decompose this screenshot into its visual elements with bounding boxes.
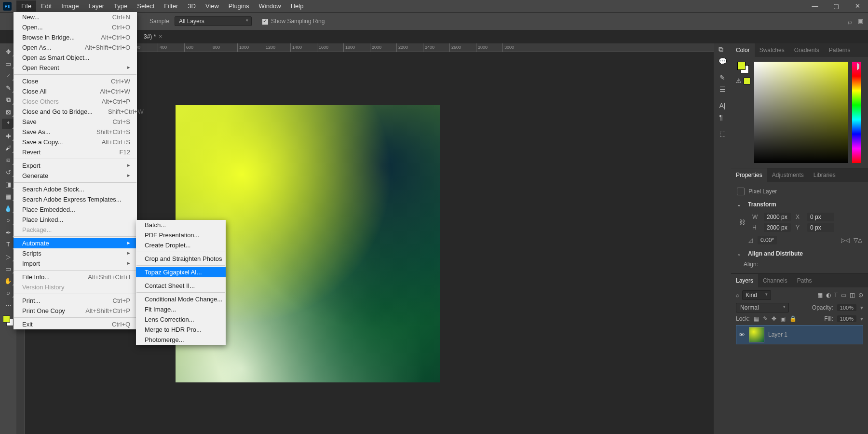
menu-item[interactable]: Close AllAlt+Ctrl+W — [14, 86, 137, 96]
character-icon[interactable]: A| — [719, 102, 726, 109]
opacity-field[interactable]: 100% — [837, 304, 856, 311]
lock-transparent-icon[interactable]: ▦ — [754, 315, 759, 322]
lock-position-icon[interactable]: ✥ — [772, 315, 776, 322]
tab-layers[interactable]: Layers — [731, 274, 758, 287]
document-tab[interactable]: 3#) * × — [140, 31, 166, 42]
menu-item[interactable]: PDF Presentation... — [136, 230, 226, 240]
x-field[interactable]: 0 px — [807, 213, 834, 221]
foreground-background-swatch[interactable] — [737, 62, 749, 73]
menu-item[interactable]: Import — [14, 258, 137, 269]
menu-item[interactable]: Crop and Straighten Photos — [136, 254, 226, 264]
search-icon[interactable]: ⌕ — [848, 17, 852, 26]
layer-thumbnail[interactable] — [749, 327, 764, 342]
menu-3d[interactable]: 3D — [183, 0, 201, 12]
gamut-warning[interactable]: ⚠ — [736, 77, 750, 84]
menu-edit[interactable]: Edit — [36, 0, 56, 12]
zoom-tool[interactable]: ⌕ — [2, 287, 14, 298]
menu-item[interactable]: Open As...Alt+Shift+Ctrl+O — [14, 42, 137, 53]
angle-field[interactable]: 0.00° — [758, 236, 777, 244]
tab-gradients[interactable]: Gradients — [789, 43, 824, 57]
maximize-button[interactable]: ▢ — [826, 0, 847, 12]
menu-item[interactable]: Search Adobe Express Templates... — [14, 194, 137, 204]
layer-row[interactable]: 👁 Layer 1 — [736, 325, 863, 344]
menu-help[interactable]: Help — [286, 0, 309, 12]
brush-tool[interactable]: 🖌 — [2, 143, 14, 153]
path-select-tool[interactable]: ▷ — [2, 251, 14, 262]
frame-tool[interactable]: ⊠ — [2, 107, 14, 117]
menu-layer[interactable]: Layer — [84, 0, 109, 12]
menu-item[interactable]: Save As...Shift+Ctrl+S — [14, 127, 137, 137]
menu-item[interactable]: Browse in Bridge...Alt+Ctrl+O — [14, 32, 137, 42]
menu-item[interactable]: Open as Smart Object... — [14, 53, 137, 63]
menu-item[interactable]: Scripts — [14, 248, 137, 258]
flip-v-icon[interactable]: ▽△ — [854, 237, 862, 244]
move-tool[interactable]: ✥ — [2, 46, 14, 57]
menu-item[interactable]: Merge to HDR Pro... — [136, 325, 226, 335]
color-field[interactable] — [754, 62, 848, 163]
menu-item[interactable]: Save a Copy...Alt+Ctrl+S — [14, 137, 137, 147]
show-sampling-ring-checkbox[interactable] — [262, 19, 268, 25]
menu-item[interactable]: New...Ctrl+N — [14, 12, 137, 22]
height-field[interactable]: 2000 px — [764, 223, 791, 232]
edit-toolbar[interactable]: ⋯ — [2, 299, 14, 310]
gradient-tool[interactable]: ▦ — [2, 191, 14, 202]
crop-tool[interactable]: ⧉ — [2, 95, 14, 105]
menu-item[interactable]: Export — [14, 161, 137, 171]
eyedropper-tool[interactable]: 𝄌 — [2, 119, 14, 129]
tab-patterns[interactable]: Patterns — [824, 43, 855, 57]
menu-item[interactable]: File Info...Alt+Shift+Ctrl+I — [14, 272, 137, 282]
menu-item[interactable]: Print...Ctrl+P — [14, 296, 137, 306]
menu-item[interactable]: RevertF12 — [14, 147, 137, 157]
menu-item[interactable]: ExitCtrl+Q — [14, 319, 137, 329]
menu-item[interactable]: Search Adobe Stock... — [14, 184, 137, 194]
menu-item[interactable]: Generate — [14, 171, 137, 181]
menu-item[interactable]: Create Droplet... — [136, 240, 226, 250]
close-button[interactable]: ✕ — [847, 0, 868, 12]
menu-window[interactable]: Window — [254, 0, 285, 12]
lock-all-icon[interactable]: 🔒 — [789, 315, 797, 322]
hand-tool[interactable]: ✋ — [2, 275, 14, 286]
menu-item[interactable]: Print One CopyAlt+Shift+Ctrl+P — [14, 306, 137, 316]
lock-artboard-icon[interactable]: ▣ — [780, 315, 786, 322]
menu-item[interactable]: Open...Ctrl+O — [14, 22, 137, 32]
menu-item[interactable]: SaveCtrl+S — [14, 117, 137, 127]
tab-swatches[interactable]: Swatches — [755, 43, 789, 57]
lock-paint-icon[interactable]: ✎ — [763, 315, 768, 322]
color-swatch[interactable] — [3, 315, 14, 326]
menu-file[interactable]: File — [16, 0, 36, 12]
hue-slider[interactable] — [852, 62, 861, 163]
clone-tool[interactable]: ⧈ — [2, 155, 14, 165]
dodge-tool[interactable]: ○ — [2, 215, 14, 226]
tab-properties[interactable]: Properties — [731, 168, 767, 182]
menu-filter[interactable]: Filter — [159, 0, 183, 12]
menu-item[interactable]: Contact Sheet II... — [136, 281, 226, 291]
rectangle-tool[interactable]: ▭ — [2, 263, 14, 274]
tab-paths[interactable]: Paths — [792, 274, 817, 287]
collapse-icon[interactable]: ⌄ — [737, 251, 741, 257]
collapse-icon[interactable]: ⌄ — [737, 202, 741, 208]
y-field[interactable]: 0 px — [807, 223, 834, 232]
history-icon[interactable]: ⧉ — [719, 45, 727, 54]
blend-mode[interactable]: Normal — [736, 303, 789, 312]
type-tool[interactable]: T — [2, 239, 14, 250]
workspace-icon[interactable]: ▣ — [858, 18, 863, 25]
link-icon[interactable]: ⛓ — [737, 219, 748, 226]
menu-image[interactable]: Image — [56, 0, 83, 12]
filter-smart-icon[interactable]: ◫ — [850, 292, 855, 298]
history-brush-tool[interactable]: ↺ — [2, 167, 14, 177]
menu-item[interactable]: Close and Go to Bridge...Shift+Ctrl+W — [14, 107, 137, 117]
blur-tool[interactable]: 💧 — [2, 203, 14, 214]
tab-adjustments[interactable]: Adjustments — [767, 168, 809, 182]
menu-item[interactable]: Lens Correction... — [136, 314, 226, 325]
menu-item[interactable]: Place Linked... — [14, 215, 137, 225]
tab-color[interactable]: Color — [731, 43, 755, 57]
width-field[interactable]: 2000 px — [764, 213, 791, 221]
menu-item[interactable]: CloseCtrl+W — [14, 76, 137, 86]
healing-tool[interactable]: ✚ — [2, 131, 14, 141]
menu-item[interactable]: Conditional Mode Change... — [136, 294, 226, 304]
marquee-tool[interactable]: ▭ — [2, 58, 14, 69]
pen-tool[interactable]: ✒ — [2, 227, 14, 238]
menu-item[interactable]: Photomerge... — [136, 335, 226, 345]
close-tab-icon[interactable]: × — [159, 33, 162, 40]
filter-pixel-icon[interactable]: ▦ — [817, 292, 823, 298]
